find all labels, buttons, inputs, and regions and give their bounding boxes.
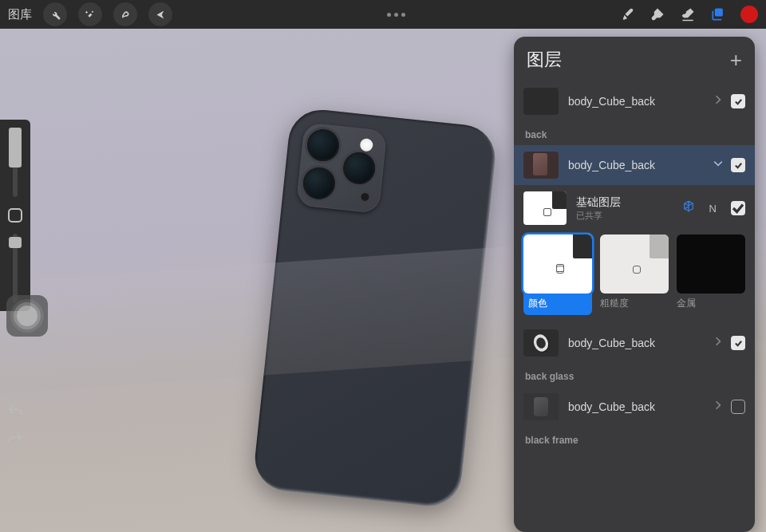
arrow-icon[interactable] [148, 2, 172, 26]
cube-icon[interactable] [682, 200, 695, 216]
gallery-button[interactable]: 图库 [8, 7, 32, 22]
material-thumb [677, 234, 745, 294]
visibility-checkbox[interactable] [731, 400, 745, 414]
brush-icon[interactable] [619, 6, 635, 22]
model-phone[interactable] [252, 107, 499, 510]
material-metal[interactable]: 金属 [677, 234, 745, 315]
material-label: 粗糙度 [600, 297, 669, 310]
layer-row[interactable]: body_Cube_back [514, 387, 755, 427]
blend-mode[interactable]: N [709, 203, 717, 215]
shape-toggle[interactable] [8, 208, 22, 223]
layer-row[interactable]: body_Cube_back [514, 81, 755, 121]
material-thumb [600, 234, 669, 294]
color-picker[interactable] [740, 6, 758, 23]
layer-thumb [523, 393, 559, 420]
wand-icon[interactable] [78, 2, 102, 26]
layer-label: body_Cube_back [568, 159, 705, 171]
layer-thumb [523, 152, 559, 179]
layer-label: body_Cube_back [568, 337, 705, 349]
left-sidebar [0, 120, 30, 311]
material-label: 颜色 [523, 297, 592, 310]
chevron-right-icon[interactable] [715, 400, 721, 414]
layer-label: body_Cube_back [568, 400, 705, 413]
material-roughness[interactable]: 粗糙度 [600, 234, 669, 315]
redo-button[interactable] [6, 431, 24, 451]
opacity-slider[interactable] [13, 234, 18, 303]
layers-icon[interactable] [710, 6, 726, 22]
add-layer-button[interactable]: + [730, 53, 742, 66]
visibility-checkbox[interactable] [731, 201, 745, 215]
base-title: 基础图层 [576, 195, 673, 210]
base-thumb [523, 191, 567, 225]
assistive-touch[interactable] [6, 295, 48, 337]
visibility-checkbox[interactable] [731, 94, 745, 108]
layer-row[interactable]: body_Cube_back [514, 323, 755, 363]
panel-title: 图层 [527, 48, 562, 72]
camera-block [296, 123, 387, 214]
material-thumb [523, 234, 592, 294]
undo-button[interactable] [6, 403, 24, 424]
more-dots[interactable] [387, 13, 405, 17]
wrench-icon[interactable] [43, 2, 67, 26]
section-header: black frame [514, 427, 755, 451]
visibility-checkbox[interactable] [731, 336, 745, 350]
svg-rect-0 [715, 9, 723, 17]
material-label: 金属 [677, 297, 745, 310]
layer-thumb [523, 329, 559, 357]
shape-icon[interactable] [113, 2, 137, 26]
brush-size-slider[interactable] [13, 128, 18, 197]
layer-row-selected[interactable]: body_Cube_back [514, 145, 755, 185]
top-toolbar: 图库 [0, 0, 766, 29]
chevron-right-icon[interactable] [715, 336, 721, 350]
layer-thumb [523, 88, 559, 115]
base-subtitle: 已共享 [576, 210, 673, 222]
layer-label: body_Cube_back [568, 95, 705, 108]
material-grid: 颜色 粗糙度 金属 [514, 231, 755, 315]
visibility-checkbox[interactable] [731, 158, 745, 172]
eraser-icon[interactable] [680, 6, 696, 22]
chevron-down-icon[interactable] [715, 158, 721, 172]
section-header: back glass [514, 363, 755, 387]
layers-panel: 图层 + body_Cube_back back body_Cube_back … [514, 37, 755, 532]
chevron-right-icon[interactable] [715, 94, 721, 108]
smudge-icon[interactable] [650, 6, 665, 22]
material-color[interactable]: 颜色 [523, 234, 592, 315]
base-layer-row[interactable]: 基础图层 已共享 N [514, 185, 755, 231]
section-header: back [514, 121, 755, 145]
